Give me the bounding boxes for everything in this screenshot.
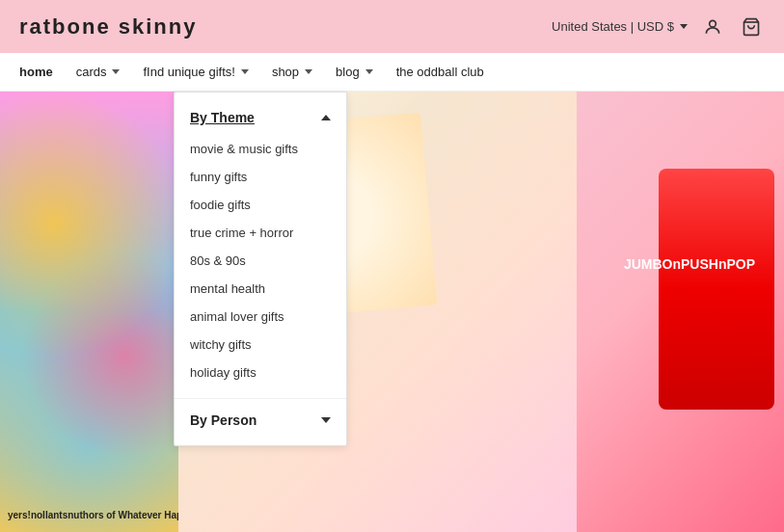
- nav-item-shop[interactable]: shop: [272, 65, 312, 79]
- by-theme-items: movie & music gifts funny gifts foodie g…: [175, 135, 346, 394]
- locale-label: United States | USD $: [552, 19, 674, 34]
- main-nav: home cards fInd unique gifts! shop blog …: [0, 53, 784, 92]
- hero-right-image: [577, 92, 784, 532]
- hero-left-panel: [0, 92, 178, 532]
- dropdown-item-witchy[interactable]: witchy gifts: [175, 331, 346, 359]
- cards-chevron-down-icon: [112, 69, 120, 74]
- locale-selector[interactable]: United States | USD $: [552, 19, 688, 34]
- hero-section: [0, 92, 784, 532]
- logo: ratbone skinny: [19, 14, 197, 40]
- by-theme-chevron-up-icon: [321, 115, 331, 120]
- nav-item-blog-label: blog: [336, 65, 360, 79]
- person-icon: [703, 17, 722, 37]
- locale-chevron-down-icon: [680, 24, 688, 29]
- dropdown-item-animal-lover[interactable]: animal lover gifts: [175, 303, 346, 331]
- header: ratbone skinny United States | USD $: [0, 0, 784, 53]
- dropdown-item-true-crime[interactable]: true crime + horror: [175, 219, 346, 247]
- blog-chevron-down-icon: [365, 69, 373, 74]
- find-unique-chevron-down-icon: [241, 69, 249, 74]
- by-theme-label: By Theme: [190, 110, 255, 125]
- nav-item-home[interactable]: home: [19, 65, 53, 79]
- dropdown-item-80s-90s[interactable]: 80s & 90s: [175, 247, 346, 275]
- login-button[interactable]: [699, 13, 726, 40]
- dropdown-item-mental-health[interactable]: mental health: [175, 275, 346, 303]
- dropdown-menu: By Theme movie & music gifts funny gifts…: [174, 92, 347, 446]
- header-right: United States | USD $: [552, 13, 765, 40]
- nav-item-oddball-club[interactable]: the oddball club: [396, 65, 484, 79]
- nav-item-find-unique[interactable]: fInd unique gifts!: [143, 65, 248, 79]
- by-person-label: By Person: [190, 412, 257, 428]
- nav-item-find-unique-label: fInd unique gifts!: [143, 65, 234, 79]
- nav-item-shop-label: shop: [272, 65, 299, 79]
- nav-item-cards-label: cards: [76, 65, 107, 79]
- nav-item-blog[interactable]: blog: [336, 65, 373, 79]
- shop-chevron-down-icon: [305, 69, 312, 74]
- by-theme-section-header[interactable]: By Theme: [175, 100, 346, 135]
- dropdown-item-funny[interactable]: funny gifts: [175, 163, 346, 191]
- bag-icon: [742, 17, 761, 37]
- hero-right-panel: [577, 92, 784, 532]
- hero-left-image: [0, 92, 178, 532]
- nav-item-cards[interactable]: cards: [76, 65, 121, 79]
- dropdown-item-foodie[interactable]: foodie gifts: [175, 191, 346, 219]
- by-person-section-header[interactable]: By Person: [175, 403, 346, 438]
- by-person-chevron-down-icon: [321, 417, 331, 423]
- dropdown-divider: [175, 398, 346, 399]
- dropdown-item-holiday[interactable]: holiday gifts: [175, 359, 346, 386]
- cart-button[interactable]: [738, 13, 765, 40]
- svg-point-0: [710, 20, 716, 27]
- dropdown-item-movie-music[interactable]: movie & music gifts: [175, 135, 346, 163]
